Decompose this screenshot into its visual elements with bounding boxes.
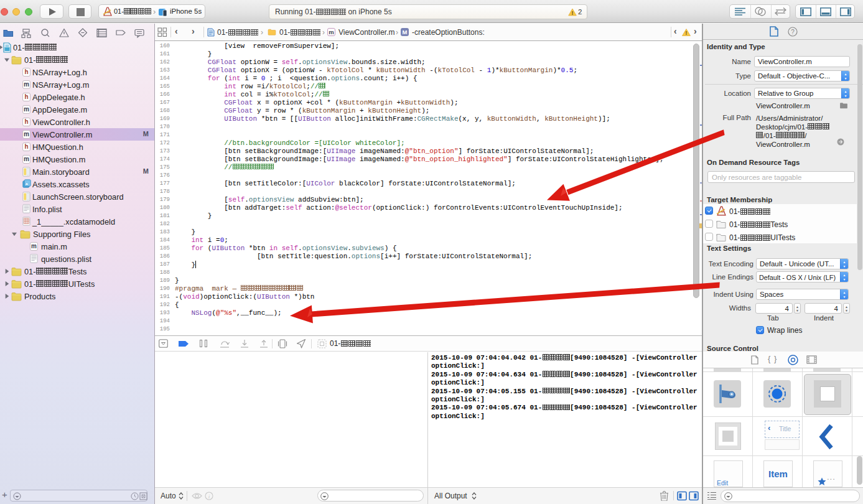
svg-text:?: ? [791,29,795,35]
svg-text:!: ! [572,10,574,16]
svg-text:!: ! [686,30,688,36]
svg-text:i: i [208,493,210,500]
